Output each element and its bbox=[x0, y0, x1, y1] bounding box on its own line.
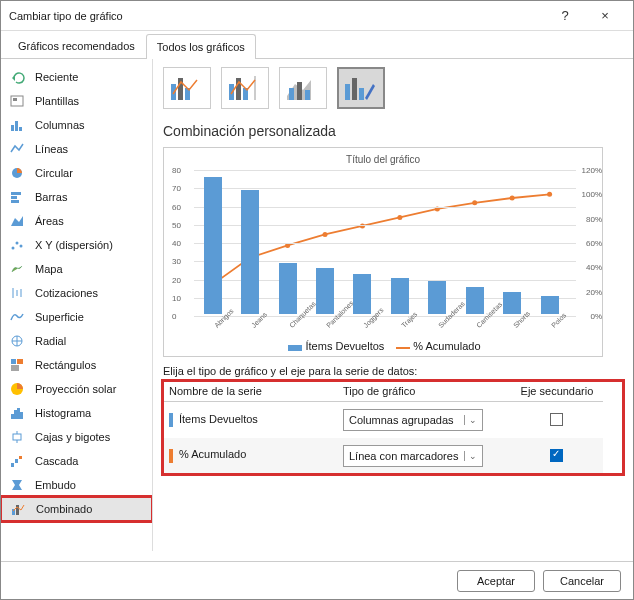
combo-subtype-2[interactable] bbox=[221, 67, 269, 109]
sidebar-item-label: Histograma bbox=[35, 407, 91, 419]
chevron-down-icon: ⌄ bbox=[464, 415, 482, 425]
chart-type-icon bbox=[9, 285, 27, 301]
svg-rect-7 bbox=[11, 196, 17, 199]
bar bbox=[466, 287, 484, 314]
combo-subtype-3[interactable] bbox=[279, 67, 327, 109]
series-row: % AcumuladoLínea con marcadores⌄ bbox=[163, 438, 603, 474]
combo-subtype-custom[interactable] bbox=[337, 67, 385, 109]
svg-rect-43 bbox=[305, 90, 310, 100]
sidebar-item-label: X Y (dispersión) bbox=[35, 239, 113, 251]
svg-rect-26 bbox=[13, 434, 21, 440]
svg-point-10 bbox=[16, 242, 19, 245]
combo-subtype-1[interactable] bbox=[163, 67, 211, 109]
svg-rect-38 bbox=[236, 78, 241, 100]
svg-point-11 bbox=[20, 245, 23, 248]
sidebar-item-barras[interactable]: Barras bbox=[1, 185, 152, 209]
svg-rect-4 bbox=[19, 127, 22, 131]
sidebar-item-rect-ngulos[interactable]: Rectángulos bbox=[1, 353, 152, 377]
svg-rect-22 bbox=[11, 414, 14, 419]
close-button[interactable]: × bbox=[585, 8, 625, 23]
sidebar-item-label: Combinado bbox=[36, 503, 92, 515]
secondary-axis-checkbox[interactable] bbox=[550, 449, 563, 462]
sidebar-item-embudo[interactable]: Embudo bbox=[1, 473, 152, 497]
sidebar-item-label: Circular bbox=[35, 167, 73, 179]
chart-type-icon bbox=[9, 333, 27, 349]
sidebar-item-label: Cajas y bigotes bbox=[35, 431, 110, 443]
sidebar-item-cascada[interactable]: Cascada bbox=[1, 449, 152, 473]
series-row: Ítems DevueltosColumnas agrupadas⌄ bbox=[163, 402, 603, 438]
chart-type-icon bbox=[9, 309, 27, 325]
window-title: Cambiar tipo de gráfico bbox=[9, 10, 545, 22]
bar bbox=[541, 296, 559, 314]
bar bbox=[316, 268, 334, 314]
sidebar-item-cajas-y-bigotes[interactable]: Cajas y bigotes bbox=[1, 425, 152, 449]
section-title: Combinación personalizada bbox=[163, 123, 623, 139]
sidebar-item-columnas[interactable]: Columnas bbox=[1, 113, 152, 137]
svg-rect-1 bbox=[13, 98, 17, 101]
sidebar-item-label: Áreas bbox=[35, 215, 64, 227]
sidebar-item--reas[interactable]: Áreas bbox=[1, 209, 152, 233]
sidebar-item-label: Proyección solar bbox=[35, 383, 116, 395]
legend-label-2: % Acumulado bbox=[413, 340, 480, 352]
sidebar-item-label: Plantillas bbox=[35, 95, 79, 107]
svg-rect-33 bbox=[16, 505, 19, 515]
col-type: Tipo de gráfico bbox=[337, 381, 511, 402]
dialog-footer: Aceptar Cancelar bbox=[1, 561, 633, 599]
svg-rect-41 bbox=[289, 88, 294, 100]
secondary-axis-checkbox[interactable] bbox=[550, 413, 563, 426]
sidebar-item-mapa[interactable]: Mapa bbox=[1, 257, 152, 281]
sidebar-item-label: Columnas bbox=[35, 119, 85, 131]
sidebar-item-combinado[interactable]: Combinado bbox=[1, 497, 152, 521]
svg-rect-30 bbox=[15, 459, 18, 463]
chart-type-icon bbox=[9, 189, 27, 205]
series-swatch bbox=[169, 413, 173, 427]
legend-swatch-1 bbox=[288, 345, 302, 351]
col-axis: Eje secundario bbox=[511, 381, 603, 402]
sidebar-item-circular[interactable]: Circular bbox=[1, 161, 152, 185]
chart-type-icon bbox=[9, 261, 27, 277]
svg-rect-24 bbox=[17, 408, 20, 419]
svg-point-55 bbox=[510, 195, 515, 200]
ok-button[interactable]: Aceptar bbox=[457, 570, 535, 592]
series-type-select[interactable]: Columnas agrupadas⌄ bbox=[343, 409, 483, 431]
cancel-button[interactable]: Cancelar bbox=[543, 570, 621, 592]
tab-bar: Gráficos recomendados Todos los gráficos bbox=[1, 33, 633, 59]
sidebar-item-label: Barras bbox=[35, 191, 67, 203]
sidebar-item-reciente[interactable]: Reciente bbox=[1, 65, 152, 89]
series-type-select[interactable]: Línea con marcadores⌄ bbox=[343, 445, 483, 467]
sidebar-item-l-neas[interactable]: Líneas bbox=[1, 137, 152, 161]
subtype-row bbox=[163, 67, 623, 109]
sidebar-item-label: Mapa bbox=[35, 263, 63, 275]
sidebar-item-superficie[interactable]: Superficie bbox=[1, 305, 152, 329]
chart-type-icon bbox=[9, 69, 27, 85]
sidebar-item-x-y-dispersi-n-[interactable]: X Y (dispersión) bbox=[1, 233, 152, 257]
bar bbox=[353, 274, 371, 314]
sidebar-item-cotizaciones[interactable]: Cotizaciones bbox=[1, 281, 152, 305]
chart-type-icon bbox=[9, 165, 27, 181]
tab-recommended[interactable]: Gráficos recomendados bbox=[7, 33, 146, 58]
chart-type-icon bbox=[9, 141, 27, 157]
sidebar-item-radial[interactable]: Radial bbox=[1, 329, 152, 353]
svg-rect-8 bbox=[11, 200, 19, 203]
chart-type-icon bbox=[9, 357, 27, 373]
sidebar-item-histograma[interactable]: Histograma bbox=[1, 401, 152, 425]
sidebar-item-label: Rectángulos bbox=[35, 359, 96, 371]
chart-legend: Ítems Devueltos % Acumulado bbox=[164, 340, 602, 352]
bar bbox=[204, 177, 222, 314]
sidebar-item-proyecci-n-solar[interactable]: Proyección solar bbox=[1, 377, 152, 401]
chart-type-icon bbox=[9, 405, 27, 421]
tab-all[interactable]: Todos los gráficos bbox=[146, 34, 256, 59]
sidebar-item-label: Embudo bbox=[35, 479, 76, 491]
legend-swatch-2 bbox=[396, 347, 410, 349]
sidebar-item-plantillas[interactable]: Plantillas bbox=[1, 89, 152, 113]
bar bbox=[241, 190, 259, 314]
svg-rect-3 bbox=[15, 121, 18, 131]
legend-label-1: Ítems Devueltos bbox=[305, 340, 384, 352]
bar bbox=[391, 278, 409, 315]
sidebar-item-label: Superficie bbox=[35, 311, 84, 323]
bar bbox=[279, 263, 297, 314]
svg-rect-20 bbox=[11, 365, 19, 371]
help-button[interactable]: ? bbox=[545, 8, 585, 23]
sidebar-item-label: Cotizaciones bbox=[35, 287, 98, 299]
chart-type-sidebar: RecientePlantillasColumnasLíneasCircular… bbox=[1, 59, 153, 551]
